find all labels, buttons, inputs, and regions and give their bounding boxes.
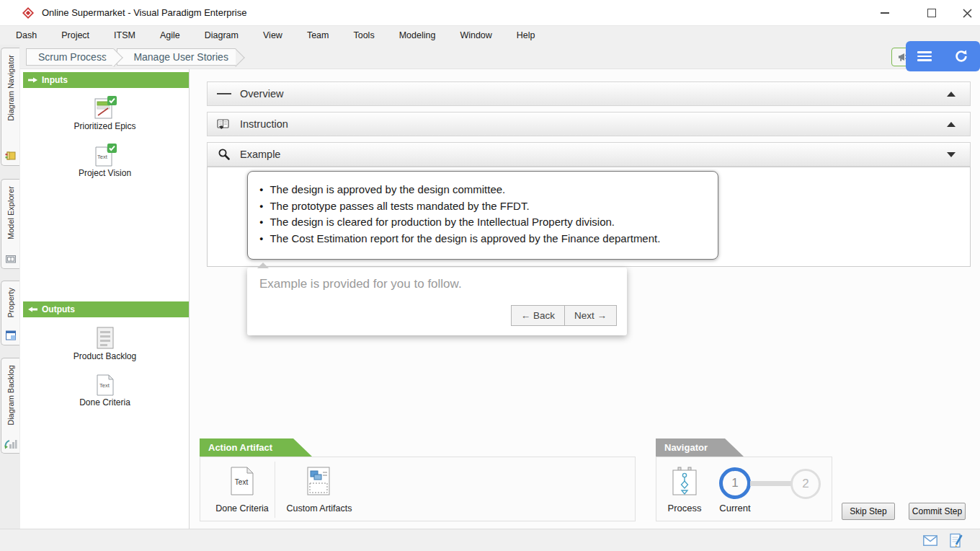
breadcrumb-manage-user-stories[interactable]: Manage User Stories — [117, 48, 236, 66]
done-criteria-output-label: Done Criteria — [20, 397, 190, 407]
guide-message: Example is provided for you to follow. — [259, 277, 462, 291]
collapse-arrow-icon[interactable] — [947, 122, 956, 127]
example-bullet: The Cost Estimation report for the desig… — [259, 231, 710, 247]
section-example-label: Example — [240, 149, 280, 160]
back-button[interactable]: ← Back — [511, 305, 564, 326]
side-tab-strip: Diagram Navigator Model Explorer Propert… — [0, 45, 20, 551]
menu-item-agile[interactable]: Agile — [148, 26, 192, 45]
tab-model-explorer-label: Model Explorer — [6, 186, 15, 239]
panel-menu-button[interactable] — [906, 41, 943, 71]
property-icon — [4, 329, 17, 342]
workflow-io-panel: Inputs Prioritized Epics Text Project V — [20, 69, 190, 529]
commit-step-button[interactable]: Commit Step — [909, 503, 966, 520]
action-artifact-tab: Action Artifact — [200, 438, 312, 457]
action-artifact-title: Action Artifact — [208, 442, 272, 453]
section-instruction[interactable]: Instruction — [207, 112, 971, 136]
breadcrumb-scrum-process[interactable]: Scrum Process — [26, 48, 114, 66]
instruction-icon — [217, 118, 231, 131]
outputs-arrow-icon — [27, 304, 38, 314]
tab-diagram-backlog-label: Diagram Backlog — [6, 365, 15, 426]
section-overview-label: Overview — [240, 88, 283, 100]
example-bullets-tooltip: The design is approved by the design com… — [247, 171, 718, 260]
tab-model-explorer[interactable]: Model Explorer — [1, 179, 19, 269]
done-criteria-artifact-icon[interactable]: Text — [230, 466, 254, 499]
menu-item-itsm[interactable]: ITSM — [102, 26, 148, 45]
menu-item-tools[interactable]: Tools — [341, 26, 386, 45]
prioritized-epics-icon[interactable] — [93, 96, 117, 123]
project-vision-icon[interactable]: Text — [93, 144, 117, 171]
process-label: Process — [661, 503, 708, 513]
custom-artifacts-icon[interactable] — [306, 466, 331, 499]
hamburger-menu-icon — [917, 49, 932, 64]
messages-button[interactable] — [923, 535, 937, 549]
mail-icon — [923, 535, 937, 546]
menu-item-help[interactable]: Help — [504, 26, 548, 45]
custom-artifacts-label: Custom Artifacts — [280, 503, 359, 513]
refresh-icon — [953, 48, 969, 64]
window-title: Online Supermarket - Visual Paradigm Ent… — [42, 0, 246, 26]
product-backlog-label: Product Backlog — [20, 351, 190, 361]
step-1-circle[interactable]: 1 — [719, 467, 751, 499]
maximize-icon — [927, 9, 936, 17]
step-2-number: 2 — [802, 477, 808, 491]
collapse-arrow-icon[interactable] — [947, 92, 956, 97]
edit-log-button[interactable] — [950, 533, 963, 551]
application-window: Online Supermarket - Visual Paradigm Ent… — [0, 0, 980, 551]
status-bar — [0, 529, 980, 551]
guide-popup: Example is provided for you to follow. ←… — [247, 268, 627, 335]
menu-bar: Dash Project ITSM Agile Diagram View Tea… — [0, 26, 980, 45]
visual-paradigm-logo-icon — [22, 6, 35, 19]
done-criteria-output-icon[interactable]: Text — [93, 373, 117, 400]
product-backlog-icon[interactable] — [93, 326, 117, 353]
panel-divider — [275, 462, 275, 518]
menu-item-dash[interactable]: Dash — [4, 26, 49, 45]
inputs-arrow-icon — [27, 75, 38, 85]
diagram-backlog-icon — [4, 437, 17, 450]
title-bar: Online Supermarket - Visual Paradigm Ent… — [0, 0, 980, 26]
inputs-title: Inputs — [42, 75, 68, 85]
menu-item-view[interactable]: View — [251, 26, 295, 45]
example-bullet-list: The design is approved by the design com… — [259, 182, 710, 247]
tab-property[interactable]: Property — [1, 281, 19, 345]
skip-step-button[interactable]: Skip Step — [842, 503, 895, 520]
expand-arrow-icon[interactable] — [947, 152, 956, 157]
tab-property-label: Property — [6, 288, 15, 318]
breadcrumb-bar: Scrum Process Manage User Stories — [20, 45, 980, 69]
overview-icon — [217, 92, 231, 97]
breadcrumb: Scrum Process Manage User Stories — [26, 48, 236, 66]
outputs-header: Outputs — [23, 301, 189, 317]
prioritized-epics-label: Prioritized Epics — [20, 121, 190, 131]
current-step-label: Current — [712, 503, 758, 513]
tab-diagram-backlog[interactable]: Diagram Backlog — [1, 358, 19, 454]
example-bullet: The design is approved by the design com… — [259, 182, 710, 198]
refresh-button[interactable] — [943, 41, 980, 71]
menu-item-diagram[interactable]: Diagram — [192, 26, 251, 45]
section-overview[interactable]: Overview — [207, 81, 971, 106]
menu-item-modeling[interactable]: Modeling — [387, 26, 448, 45]
step-2-circle[interactable]: 2 — [790, 469, 821, 499]
project-vision-icon-text: Text — [97, 154, 108, 160]
inputs-header: Inputs — [23, 72, 189, 88]
example-bullet: The prototype passes all tests mandated … — [259, 198, 710, 215]
menu-item-window[interactable]: Window — [447, 26, 504, 45]
action-artifact-panel: Text Done Criteria Custom Artifacts — [200, 457, 636, 521]
tab-diagram-navigator[interactable]: Diagram Navigator — [1, 48, 19, 166]
done-criteria-output-icon-text: Text — [99, 382, 110, 389]
process-icon[interactable] — [671, 467, 698, 500]
document-edit-icon — [950, 533, 963, 548]
minimize-button[interactable] — [870, 0, 899, 26]
step-1-number: 1 — [731, 476, 738, 490]
navigator-title: Navigator — [664, 442, 708, 453]
navigator-panel: Process 1 2 Current — [656, 457, 832, 521]
menu-item-team[interactable]: Team — [295, 26, 342, 45]
close-button[interactable] — [953, 0, 980, 26]
section-example[interactable]: Example — [207, 142, 971, 167]
next-button[interactable]: Next → — [564, 305, 617, 326]
diagram-navigator-icon — [4, 149, 17, 162]
outputs-title: Outputs — [42, 304, 75, 314]
menu-item-project[interactable]: Project — [49, 26, 102, 45]
example-bullet: The design is cleared for production by … — [259, 214, 710, 231]
step-connector — [750, 481, 791, 486]
maximize-button[interactable] — [917, 0, 946, 26]
section-instruction-label: Instruction — [240, 118, 288, 130]
